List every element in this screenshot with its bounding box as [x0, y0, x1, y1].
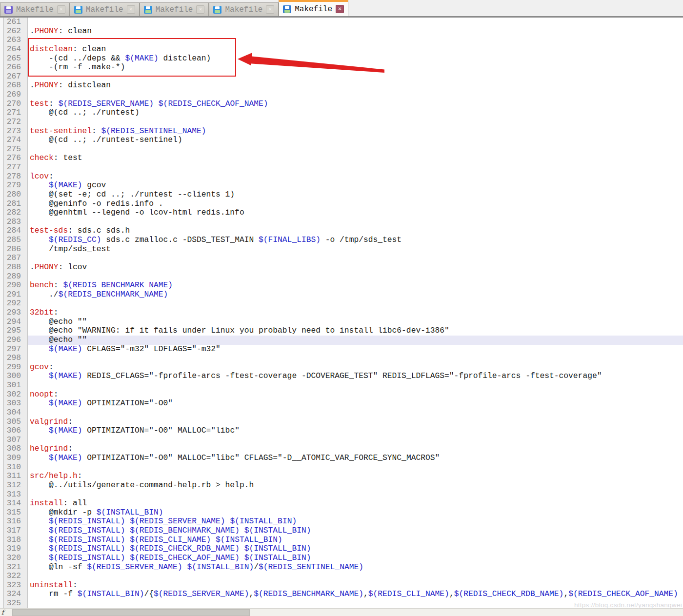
- code-text[interactable]: ./$(REDIS_BENCHMARK_NAME): [28, 290, 683, 299]
- code-text[interactable]: @geninfo -o redis.info .: [28, 199, 683, 209]
- line-number[interactable]: 290: [3, 281, 28, 290]
- line-number[interactable]: 264: [3, 45, 28, 54]
- line-number[interactable]: 297: [3, 345, 28, 354]
- line-number[interactable]: 314: [3, 499, 28, 508]
- code-text[interactable]: valgrind:: [28, 417, 683, 427]
- code-text[interactable]: src/help.h:: [28, 472, 683, 481]
- line-number[interactable]: 321: [3, 563, 28, 572]
- code-text[interactable]: $(REDIS_CC) sds.c zmalloc.c -DSDS_TEST_M…: [28, 236, 683, 245]
- line-number[interactable]: 289: [3, 272, 28, 281]
- code-text[interactable]: $(MAKE) CFLAGS="-m32" LDFLAGS="-m32": [28, 345, 683, 354]
- code-text[interactable]: $(MAKE) REDIS_CFLAGS="-fprofile-arcs -ft…: [28, 372, 683, 381]
- code-text[interactable]: $(MAKE) OPTIMIZATION="-O0" MALLOC="libc": [28, 426, 683, 436]
- line-number[interactable]: 301: [3, 381, 28, 390]
- line-number[interactable]: 291: [3, 290, 28, 299]
- line-number[interactable]: 313: [3, 490, 28, 499]
- code-text[interactable]: -(rm -f .make-*): [28, 63, 683, 72]
- code-text[interactable]: noopt:: [28, 390, 683, 399]
- code-text[interactable]: [28, 254, 683, 263]
- line-number[interactable]: 272: [3, 118, 28, 127]
- code-text[interactable]: $(REDIS_INSTALL) $(REDIS_CHECK_RDB_NAME)…: [28, 544, 683, 554]
- code-text[interactable]: @echo "": [28, 318, 683, 327]
- line-number[interactable]: 302: [3, 390, 28, 399]
- code-text[interactable]: [28, 36, 683, 45]
- tab-makefile-3[interactable]: Makefile✕: [140, 2, 209, 16]
- code-text[interactable]: .PHONY: distclean: [28, 81, 683, 90]
- code-text[interactable]: [28, 463, 683, 472]
- code-text[interactable]: $(REDIS_INSTALL) $(REDIS_SERVER_NAME) $(…: [28, 517, 683, 526]
- code-text[interactable]: $(REDIS_INSTALL) $(REDIS_CHECK_AOF_NAME)…: [28, 554, 683, 563]
- line-number[interactable]: 320: [3, 554, 28, 563]
- line-number[interactable]: 306: [3, 426, 28, 436]
- horizontal-scrollbar[interactable]: [0, 608, 683, 616]
- line-number[interactable]: 282: [3, 208, 28, 218]
- code-text[interactable]: distclean: clean: [28, 45, 683, 54]
- line-number[interactable]: 268: [3, 81, 28, 90]
- line-number[interactable]: 286: [3, 245, 28, 254]
- close-icon[interactable]: ✕: [196, 5, 204, 14]
- line-number[interactable]: 299: [3, 363, 28, 372]
- line-number[interactable]: 262: [3, 27, 28, 36]
- code-text[interactable]: @ln -sf $(REDIS_SERVER_NAME) $(INSTALL_B…: [28, 563, 683, 572]
- line-number[interactable]: 274: [3, 136, 28, 145]
- line-number[interactable]: 318: [3, 536, 28, 545]
- line-number[interactable]: 273: [3, 127, 28, 136]
- line-number[interactable]: 294: [3, 318, 28, 327]
- line-number[interactable]: 287: [3, 254, 28, 263]
- code-text[interactable]: [28, 408, 683, 417]
- code-text[interactable]: [28, 299, 683, 308]
- code-text[interactable]: @(set -e; cd ..; ./runtest --clients 1): [28, 190, 683, 199]
- line-number[interactable]: 281: [3, 199, 28, 209]
- code-text[interactable]: 32bit:: [28, 308, 683, 318]
- code-text[interactable]: @echo "": [28, 336, 683, 345]
- code-text[interactable]: install: all: [28, 499, 683, 508]
- code-text[interactable]: [28, 490, 683, 499]
- code-text[interactable]: [28, 72, 683, 81]
- code-text[interactable]: [28, 436, 683, 445]
- code-text[interactable]: [28, 90, 683, 99]
- line-number[interactable]: 283: [3, 218, 28, 227]
- code-text[interactable]: test-sentinel: $(REDIS_SENTINEL_NAME): [28, 127, 683, 136]
- line-number[interactable]: 309: [3, 454, 28, 463]
- code-text[interactable]: rm -f $(INSTALL_BIN)/{$(REDIS_SERVER_NAM…: [28, 590, 683, 599]
- line-number[interactable]: 304: [3, 408, 28, 417]
- code-text[interactable]: $(REDIS_INSTALL) $(REDIS_CLI_NAME) $(INS…: [28, 536, 683, 545]
- line-number[interactable]: 277: [3, 163, 28, 172]
- line-number[interactable]: 308: [3, 444, 28, 454]
- code-text[interactable]: @mkdir -p $(INSTALL_BIN): [28, 508, 683, 517]
- code-area[interactable]: 261262.PHONY: clean263264distclean: clea…: [0, 18, 683, 608]
- line-number[interactable]: 311: [3, 472, 28, 481]
- line-number[interactable]: 280: [3, 190, 28, 199]
- line-number[interactable]: 261: [3, 18, 28, 27]
- code-text[interactable]: gcov:: [28, 363, 683, 372]
- line-number[interactable]: 312: [3, 481, 28, 490]
- line-number[interactable]: 267: [3, 72, 28, 81]
- close-icon[interactable]: ✕: [336, 5, 344, 13]
- code-text[interactable]: [28, 145, 683, 154]
- line-number[interactable]: 298: [3, 354, 28, 363]
- close-icon[interactable]: ✕: [57, 5, 65, 14]
- line-number[interactable]: 263: [3, 36, 28, 45]
- line-number[interactable]: 288: [3, 263, 28, 272]
- line-number[interactable]: 269: [3, 90, 28, 99]
- code-text[interactable]: @echo "WARNING: if it fails under Linux …: [28, 326, 683, 336]
- line-number[interactable]: 270: [3, 99, 28, 109]
- line-number[interactable]: 266: [3, 63, 28, 72]
- line-number[interactable]: 305: [3, 417, 28, 427]
- code-text[interactable]: @genhtml --legend -o lcov-html redis.inf…: [28, 208, 683, 218]
- code-text[interactable]: .PHONY: lcov: [28, 263, 683, 272]
- code-text[interactable]: [28, 572, 683, 581]
- line-number[interactable]: 293: [3, 308, 28, 318]
- tab-makefile-5[interactable]: Makefile✕: [279, 0, 348, 16]
- code-text[interactable]: $(MAKE) OPTIMIZATION="-O0" MALLOC="libc"…: [28, 454, 683, 463]
- line-number[interactable]: 275: [3, 145, 28, 154]
- line-number[interactable]: 310: [3, 463, 28, 472]
- tab-makefile-1[interactable]: Makefile✕: [0, 2, 70, 16]
- code-text[interactable]: /tmp/sds_test: [28, 245, 683, 254]
- close-icon[interactable]: ✕: [127, 5, 135, 14]
- code-text[interactable]: @(cd ..; ./runtest-sentinel): [28, 136, 683, 145]
- line-number[interactable]: 325: [3, 599, 28, 608]
- line-number[interactable]: 317: [3, 526, 28, 536]
- code-text[interactable]: lcov:: [28, 172, 683, 181]
- line-number[interactable]: 292: [3, 299, 28, 308]
